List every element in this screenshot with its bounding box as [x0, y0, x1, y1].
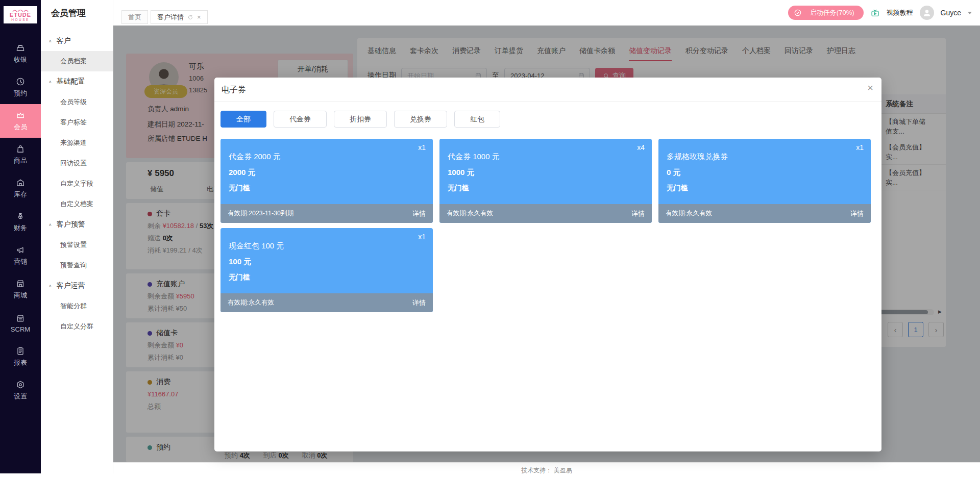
page-tabs: 首页客户详情×	[121, 10, 208, 24]
submenu-item-预警查询[interactable]: 预警查询	[41, 255, 113, 275]
user-avatar[interactable]	[920, 6, 934, 20]
submenu-item-来源渠道[interactable]: 来源渠道	[41, 133, 113, 153]
voucher-type-filters: 全部代金券折扣券兑换券红包	[220, 111, 500, 128]
submenu-item-自定义字段[interactable]: 自定义字段	[41, 173, 113, 194]
caret-down-icon[interactable]	[968, 12, 972, 14]
sidebar-item-label: 报表	[14, 358, 27, 367]
submenu-group-客户预警[interactable]: ∧客户预警	[41, 214, 113, 235]
primary-sidebar: ETUDE HOUSE 收银预约会员商品库存财务营销商城SCRM报表设置	[0, 0, 41, 473]
submenu-group-基础配置[interactable]: ∧基础配置	[41, 71, 113, 92]
voucher-detail-link[interactable]: 详情	[412, 209, 426, 218]
voucher-card[interactable]: x1代金券 2000 元2000 元无门槛有效期:2023-11-30到期详情	[220, 139, 433, 223]
module-title: 会员管理	[51, 7, 86, 19]
submenu-item-客户标签[interactable]: 客户标签	[41, 112, 113, 133]
submenu-item-智能分群[interactable]: 智能分群	[41, 296, 113, 316]
submenu-item-自定义档案[interactable]: 自定义档案	[41, 194, 113, 214]
sidebar-item-label: 预约	[14, 89, 27, 98]
voucher-detail-link[interactable]: 详情	[412, 298, 426, 308]
voucher-detail-link[interactable]: 详情	[631, 209, 645, 218]
page-tab-label: 首页	[128, 13, 141, 22]
voucher-grid: x1代金券 2000 元2000 元无门槛有效期:2023-11-30到期详情x…	[220, 139, 875, 312]
voucher-name: 多规格玫瑰兑换券	[667, 152, 728, 162]
sidebar-item-库存[interactable]: 库存	[0, 171, 41, 205]
voucher-validity: 有效期:永久有效	[228, 298, 274, 307]
close-icon[interactable]: ×	[867, 83, 873, 93]
mall-store-icon	[15, 279, 26, 289]
sidebar-item-label: 会员	[14, 122, 27, 132]
submenu-item-会员等级[interactable]: 会员等级	[41, 92, 113, 112]
sidebar-item-财务[interactable]: 财务	[0, 205, 41, 239]
product-bag-icon	[15, 144, 26, 154]
marketing-megaphone-icon	[15, 245, 26, 255]
collapse-caret-icon: ∧	[48, 222, 52, 227]
submenu-item-会员档案[interactable]: 会员档案	[41, 51, 113, 71]
voucher-count: x4	[637, 143, 645, 152]
brand-logo[interactable]: ETUDE HOUSE	[4, 6, 37, 23]
voucher-footer: 有效期:永久有效详情	[220, 293, 433, 312]
start-task-label: 启动任务(70%)	[810, 8, 854, 17]
sidebar-item-label: SCRM	[11, 325, 30, 333]
voucher-footer: 有效期:2023-11-30到期详情	[220, 204, 433, 223]
sidebar-item-报表[interactable]: 报表	[0, 340, 41, 373]
sidebar-item-预约[interactable]: 预约	[0, 70, 41, 104]
start-task-button[interactable]: 启动任务(70%)	[788, 6, 864, 20]
topbar: 首页客户详情× 启动任务(70%) 视频教程 Guyce	[113, 0, 980, 26]
close-icon[interactable]: ×	[197, 14, 201, 20]
submenu-group-客户运营[interactable]: ∧客户运营	[41, 275, 113, 296]
voucher-validity: 有效期:永久有效	[447, 209, 493, 218]
report-clipboard-icon	[15, 346, 26, 356]
sidebar-item-label: 库存	[14, 190, 27, 199]
voucher-footer: 有效期:永久有效详情	[658, 204, 871, 223]
sidebar-item-label: 收银	[14, 55, 27, 64]
modal-header: 电子券 ×	[214, 78, 881, 102]
voucher-threshold: 无门槛	[448, 184, 469, 193]
sidebar-item-商品[interactable]: 商品	[0, 138, 41, 171]
sidebar-item-收银[interactable]: 收银	[0, 37, 41, 70]
modal-title: 电子券	[222, 85, 246, 95]
sidebar-item-营销[interactable]: 营销	[0, 239, 41, 272]
voucher-card[interactable]: x4代金券 1000 元1000 元无门槛有效期:永久有效详情	[439, 139, 652, 223]
voucher-detail-link[interactable]: 详情	[850, 209, 864, 218]
collapse-caret-icon: ∧	[48, 80, 52, 84]
collapse-caret-icon: ∧	[48, 39, 52, 43]
voucher-amount: 100 元	[229, 257, 251, 267]
voucher-count: x1	[418, 233, 426, 241]
voucher-validity: 有效期:2023-11-30到期	[228, 209, 293, 218]
submenu-item-回访设置[interactable]: 回访设置	[41, 153, 113, 173]
page-tab-首页[interactable]: 首页	[121, 10, 148, 24]
tech-support-text: 技术支持： 美盈易	[521, 466, 572, 478]
inventory-house-icon	[15, 178, 26, 188]
sidebar-item-SCRM[interactable]: SCRM	[0, 306, 41, 340]
finance-moneybag-icon	[15, 211, 26, 221]
voucher-name: 代金券 1000 元	[448, 152, 500, 162]
voucher-filter-红包[interactable]: 红包	[454, 111, 500, 128]
sidebar-item-设置[interactable]: 设置	[0, 373, 41, 407]
brand-name-bottom: HOUSE	[11, 18, 30, 22]
submenu-group-客户[interactable]: ∧客户	[41, 31, 113, 51]
video-tutorial-icon[interactable]	[870, 8, 880, 18]
voucher-count: x1	[418, 143, 426, 152]
page-footer: 技术支持： 美盈易	[113, 462, 980, 478]
submenu-group-label: 基础配置	[57, 77, 85, 86]
voucher-threshold: 无门槛	[229, 273, 250, 282]
voucher-filter-折扣券[interactable]: 折扣券	[334, 111, 387, 128]
voucher-filter-全部[interactable]: 全部	[220, 111, 266, 128]
voucher-count: x1	[856, 143, 864, 152]
sidebar-item-商城[interactable]: 商城	[0, 272, 41, 306]
submenu-item-预警设置[interactable]: 预警设置	[41, 235, 113, 255]
page-tab-客户详情[interactable]: 客户详情×	[151, 10, 208, 24]
refresh-icon[interactable]	[187, 14, 193, 20]
voucher-filter-代金券[interactable]: 代金券	[274, 111, 327, 128]
video-tutorial-label[interactable]: 视频教程	[887, 8, 913, 17]
voucher-amount: 1000 元	[448, 168, 475, 178]
submenu-group-label: 客户运营	[57, 281, 85, 290]
sidebar-item-会员[interactable]: 会员	[0, 104, 41, 138]
sidebar-item-label: 营销	[14, 257, 27, 266]
voucher-name: 现金红包 100 元	[229, 241, 284, 251]
submenu-item-自定义分群[interactable]: 自定义分群	[41, 316, 113, 337]
voucher-card[interactable]: x1现金红包 100 元100 元无门槛有效期:永久有效详情	[220, 228, 433, 312]
voucher-filter-兑换券[interactable]: 兑换券	[394, 111, 447, 128]
page-tab-label: 客户详情	[157, 13, 184, 22]
voucher-card[interactable]: x1多规格玫瑰兑换券0 元无门槛有效期:永久有效详情	[658, 139, 871, 223]
username[interactable]: Guyce	[941, 9, 961, 17]
